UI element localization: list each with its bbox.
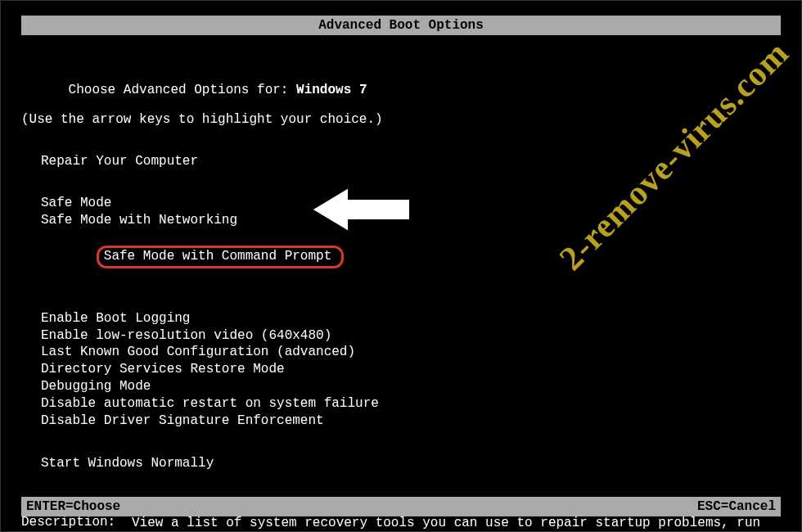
menu-item-safe-mode-cmd[interactable]: Safe Mode with Command Prompt xyxy=(41,228,781,285)
content-area: Choose Advanced Options for: Windows 7 (… xyxy=(1,68,801,532)
title-bar: Advanced Boot Options xyxy=(21,16,781,35)
menu-item-disable-sig[interactable]: Disable Driver Signature Enforcement xyxy=(41,413,781,430)
description-label: Description: xyxy=(21,515,132,532)
menu-item-last-known-good[interactable]: Last Known Good Configuration (advanced) xyxy=(41,344,781,361)
description-text: View a list of system recovery tools you… xyxy=(132,515,781,532)
description-section: Description: View a list of system recov… xyxy=(21,515,781,532)
menu-item-safe-mode-networking[interactable]: Safe Mode with Networking xyxy=(41,212,781,229)
highlighted-selection: Safe Mode with Command Prompt xyxy=(97,246,344,268)
menu-item-repair[interactable]: Repair Your Computer xyxy=(41,153,781,170)
menu-item-boot-logging[interactable]: Enable Boot Logging xyxy=(41,310,781,327)
menu-item-safe-mode[interactable]: Safe Mode xyxy=(41,195,781,212)
menu-item-low-res[interactable]: Enable low-resolution video (640x480) xyxy=(41,327,781,345)
boot-menu[interactable]: Repair Your Computer Safe Mode Safe Mode… xyxy=(41,153,781,472)
menu-item-start-normally[interactable]: Start Windows Normally xyxy=(41,455,781,472)
footer-esc: ESC=Cancel xyxy=(697,499,776,514)
footer-enter: ENTER=Choose xyxy=(26,499,120,514)
instruction-hint: (Use the arrow keys to highlight your ch… xyxy=(21,112,781,127)
footer-bar: ENTER=Choose ESC=Cancel xyxy=(21,497,781,516)
menu-item-disable-restart[interactable]: Disable automatic restart on system fail… xyxy=(41,395,781,413)
instruction-prefix: Choose Advanced Options for: xyxy=(69,83,296,97)
instructions: Choose Advanced Options for: Windows 7 (… xyxy=(21,68,781,127)
window-title: Advanced Boot Options xyxy=(318,18,484,33)
os-name: Windows 7 xyxy=(296,83,367,97)
menu-item-ds-restore[interactable]: Directory Services Restore Mode xyxy=(41,361,781,378)
menu-item-debugging[interactable]: Debugging Mode xyxy=(41,378,781,395)
